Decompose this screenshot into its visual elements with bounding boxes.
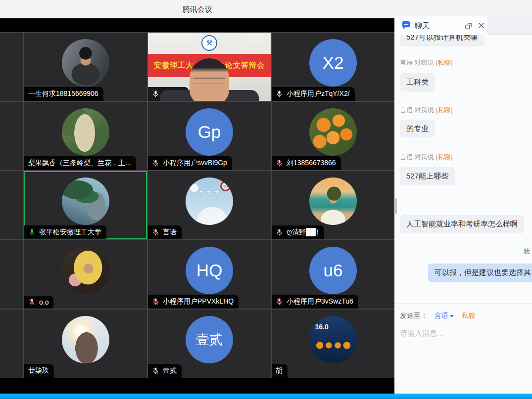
window-title: 腾讯会议 — [0, 0, 394, 18]
mic-icon — [152, 159, 159, 167]
participant-tile[interactable]: 张平松安徽理工大学 — [24, 171, 147, 239]
participant-tile[interactable]: ⚒ 安徽理工大位论文答辩会 李德权 — [148, 33, 271, 101]
participant-tile[interactable]: X2 小程序用户zTqY/X2/ — [272, 33, 394, 101]
speaker-head — [190, 58, 229, 101]
participant-nametag: 一生何求18815669906 — [24, 87, 103, 101]
avatar — [309, 177, 357, 225]
message-list: 527可以报计算机类嘛言语 对我说 (私聊)工科类言语 对我说 (私聊)的专业言… — [394, 35, 532, 303]
participant-tile[interactable]: ღ清野██⌇ — [272, 171, 394, 239]
send-to-label: 发送至： — [400, 311, 428, 320]
taskbar-strip — [0, 394, 532, 399]
participant-nametag: 廿柒玖 — [24, 364, 54, 378]
send-to-dropdown[interactable]: 言语 — [435, 311, 454, 320]
live-video-feed: ⚒ 安徽理工大位论文答辩会 — [148, 33, 271, 101]
chat-bubble-peer: 527可以报计算机类嘛 — [400, 35, 484, 46]
mic-icon — [28, 228, 36, 236]
participant-name: 廿柒玖 — [28, 366, 49, 375]
participant-tile[interactable]: o.o — [24, 240, 147, 309]
mic-icon — [152, 90, 159, 98]
participant-tile[interactable]: HQ 小程序用户PPVXkLHQ — [148, 240, 271, 309]
chat-panel-title: 聊天 — [415, 21, 430, 31]
message-input[interactable]: 请输入消息... — [400, 329, 527, 338]
participant-tile[interactable]: u6 小程序用户3vSwzTu6 — [272, 240, 394, 309]
participant-name: 小程序用户zTqY/X2/ — [287, 89, 350, 98]
participant-name: 梨果飘香（三条岭梨、兰花，土... — [28, 159, 131, 168]
message-sender-label: 言语 对我说 (私聊) — [400, 106, 453, 115]
participant-tile[interactable]: 廿柒玖 — [24, 310, 147, 378]
participant-tile-partial[interactable] — [0, 171, 23, 239]
chat-header: 聊天 — [394, 16, 532, 35]
avatar: u6 — [309, 247, 357, 294]
university-logo-icon: ⚒ — [201, 35, 217, 51]
header-corner-block — [487, 16, 532, 35]
private-chat-button[interactable]: 私聊 — [462, 311, 476, 320]
participant-nametag: 小程序用户zTqY/X2/ — [272, 87, 355, 101]
avatar: HQ — [186, 247, 233, 294]
mic-icon — [152, 298, 159, 306]
avatar: Gp — [186, 108, 233, 156]
participant-tile-partial[interactable] — [0, 240, 23, 309]
popout-icon[interactable] — [464, 21, 473, 32]
title-bar: 腾讯会议 — [0, 0, 532, 18]
avatar: 16.0 — [309, 316, 357, 363]
participant-name: 刘13856673866 — [287, 159, 336, 168]
app-window: 腾讯会议 一生何求18815669906⚒ 安徽理工大位论文答辩会 李德权X2 … — [0, 0, 532, 399]
participant-name: o.o — [39, 298, 48, 306]
chat-bubble-self: 可以报，但是建议也要选择其 — [428, 264, 532, 282]
participant-name: 壹贰 — [163, 366, 177, 375]
participant-nametag: 刘13856673866 — [272, 156, 341, 170]
chat-bubble-icon — [401, 21, 411, 32]
participant-tile[interactable]: ? ? ?20 言语 — [148, 171, 271, 239]
participant-tile[interactable]: 壹贰 壹贰 — [148, 310, 271, 378]
participant-name: ღ清野██⌇ — [287, 228, 319, 237]
chat-bubble-peer: 工科类 — [400, 73, 435, 91]
meeting-area: 一生何求18815669906⚒ 安徽理工大位论文答辩会 李德权X2 小程序用户… — [0, 18, 394, 394]
participant-nametag: 张平松安徽理工大学 — [24, 225, 106, 239]
chat-bubble-peer: 527能上哪些 — [400, 167, 455, 185]
participant-nametag: 小程序用户svvBl9Gp — [148, 156, 232, 170]
chat-scrollbar[interactable] — [395, 198, 397, 214]
participant-nametag: 小程序用户PPVXkLHQ — [148, 295, 239, 309]
mic-icon — [152, 228, 159, 236]
participant-nametag: 胡 — [272, 364, 288, 378]
participant-tile-partial[interactable] — [0, 33, 23, 101]
chat-bubble-peer: 的专业 — [400, 120, 435, 138]
participant-name: 胡 — [276, 366, 283, 375]
participant-tile-partial[interactable] — [0, 102, 23, 170]
avatar — [62, 177, 109, 225]
close-icon[interactable] — [477, 21, 485, 32]
mic-icon — [276, 228, 283, 236]
participant-tile[interactable]: 刘13856673866 — [272, 102, 394, 170]
chat-footer: 发送至： 言语 私聊 请输入消息... — [394, 303, 532, 394]
participant-nametag: o.o — [24, 296, 53, 309]
mic-icon — [276, 159, 283, 167]
participant-tile-partial[interactable] — [0, 310, 23, 378]
participant-nametag: ღ清野██⌇ — [272, 225, 324, 239]
avatar — [62, 39, 109, 87]
participant-nametag: 小程序用户3vSwzTu6 — [272, 295, 358, 309]
participant-tile[interactable]: 一生何求18815669906 — [24, 33, 147, 101]
avatar — [62, 108, 109, 156]
chevron-down-icon — [450, 315, 454, 317]
participant-name: 小程序用户PPVXkLHQ — [163, 297, 234, 306]
participant-nametag: 言语 — [148, 225, 182, 239]
participant-name: 小程序用户3vSwzTu6 — [287, 297, 353, 306]
glasses — [193, 78, 225, 84]
message-sender-label: 言语 对我说 (私聊) — [400, 153, 453, 162]
participant-tile[interactable]: 梨果飘香（三条岭梨、兰花，土... — [24, 102, 147, 170]
mic-icon — [276, 90, 283, 98]
participant-tile[interactable]: 16.0胡 — [272, 310, 394, 378]
avatar — [62, 316, 109, 363]
message-sender-label: . — [400, 204, 402, 212]
participant-tile[interactable]: Gp 小程序用户svvBl9Gp — [148, 102, 271, 170]
chat-bubble-peer: 人工智能就业率和考研率怎么样啊 — [400, 215, 524, 233]
avatar — [309, 108, 357, 156]
message-sender-label: 我 — [524, 247, 530, 256]
chat-panel: 聊天 527可以报计算机类嘛言语 对我说 (私聊)工科类言语 对我说 (私聊)的… — [394, 16, 532, 394]
mic-icon — [152, 367, 159, 375]
mic-icon — [28, 298, 36, 306]
mic-icon — [276, 298, 283, 306]
participant-name: 言语 — [163, 228, 177, 237]
participant-nametag: 梨果飘香（三条岭梨、兰花，土... — [24, 156, 136, 170]
avatar: 壹贰 — [186, 316, 233, 363]
